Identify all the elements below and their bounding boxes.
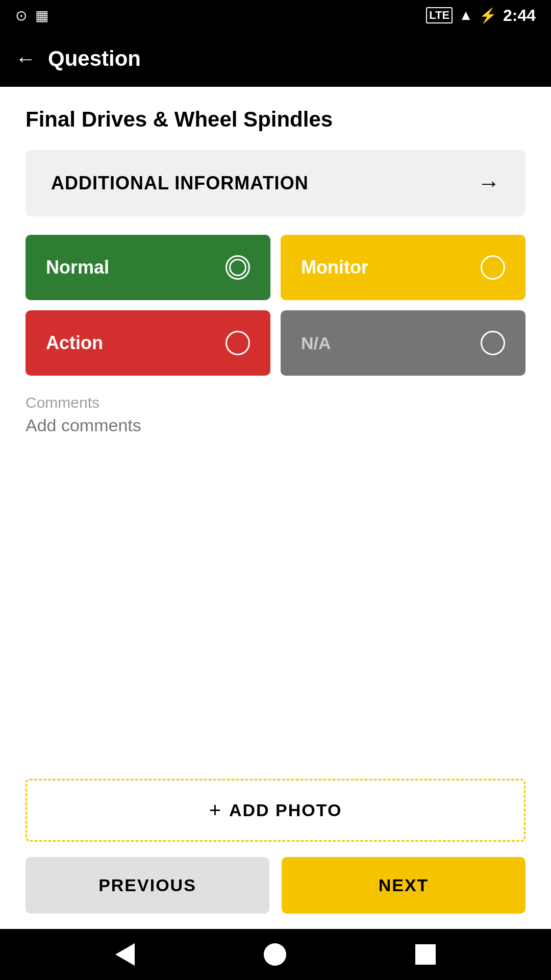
home-system-icon[interactable]: [264, 943, 286, 966]
action-radio: [226, 331, 250, 355]
back-system-icon[interactable]: [115, 943, 135, 966]
previous-button[interactable]: PREVIOUS: [26, 857, 269, 914]
battery-icon: ⚡: [479, 7, 497, 24]
normal-radio: [226, 255, 250, 280]
bottom-nav: PREVIOUS NEXT: [0, 842, 551, 929]
monitor-label: Monitor: [301, 257, 368, 278]
na-option-button[interactable]: N/A: [281, 310, 525, 376]
recent-system-icon[interactable]: [415, 944, 436, 965]
comments-label: Comments: [26, 394, 525, 411]
additional-info-button[interactable]: ADDITIONAL INFORMATION →: [26, 150, 525, 216]
status-time: 2:44: [503, 6, 536, 25]
action-option-button[interactable]: Action: [26, 310, 270, 376]
plus-icon: +: [209, 799, 221, 822]
comments-input[interactable]: [26, 415, 525, 495]
back-button[interactable]: ←: [15, 47, 36, 70]
action-label: Action: [46, 332, 103, 354]
signal-icon: ▲: [459, 7, 473, 23]
lte-badge: LTE: [426, 7, 453, 23]
page-title: Question: [48, 46, 141, 71]
monitor-option-button[interactable]: Monitor: [281, 235, 525, 300]
arrow-right-icon: →: [478, 170, 500, 196]
normal-label: Normal: [46, 257, 109, 278]
sd-icon: ▦: [35, 7, 48, 24]
add-photo-button[interactable]: + ADD PHOTO: [26, 779, 525, 842]
status-right: LTE ▲ ⚡ 2:44: [426, 6, 536, 25]
section-title: Final Drives & Wheel Spindles: [26, 107, 525, 132]
top-bar: ← Question: [0, 31, 551, 87]
main-content: Final Drives & Wheel Spindles ADDITIONAL…: [0, 87, 551, 779]
na-label: N/A: [301, 333, 331, 353]
record-icon: ⊙: [15, 7, 27, 24]
na-radio: [481, 331, 505, 355]
next-button[interactable]: NEXT: [282, 857, 525, 914]
status-left: ⊙ ▦: [15, 7, 48, 24]
spacer: [26, 513, 525, 758]
additional-info-label: ADDITIONAL INFORMATION: [51, 173, 309, 194]
status-bar: ⊙ ▦ LTE ▲ ⚡ 2:44: [0, 0, 551, 31]
add-photo-label: ADD PHOTO: [229, 800, 342, 820]
system-nav-bar: [0, 929, 551, 980]
options-grid: Normal Monitor Action N/A: [26, 235, 525, 376]
monitor-radio: [481, 255, 505, 280]
comments-section: Comments: [26, 394, 525, 495]
normal-option-button[interactable]: Normal: [26, 235, 270, 300]
